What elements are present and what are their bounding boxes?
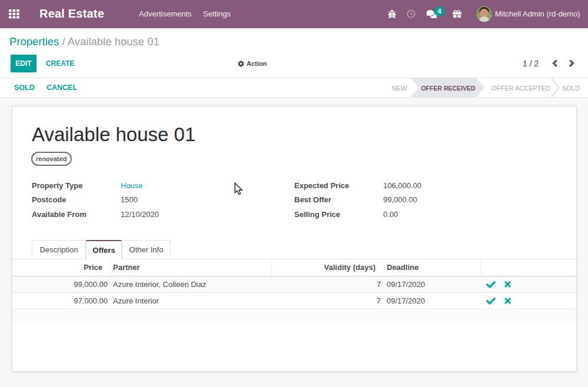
svg-text:SOLD: SOLD — [562, 85, 580, 92]
svg-text:OFFER ACCEPTED: OFFER ACCEPTED — [491, 85, 550, 92]
svg-text:OFFER RECEIVED: OFFER RECEIVED — [421, 85, 476, 92]
svg-text:NEW: NEW — [392, 85, 407, 92]
